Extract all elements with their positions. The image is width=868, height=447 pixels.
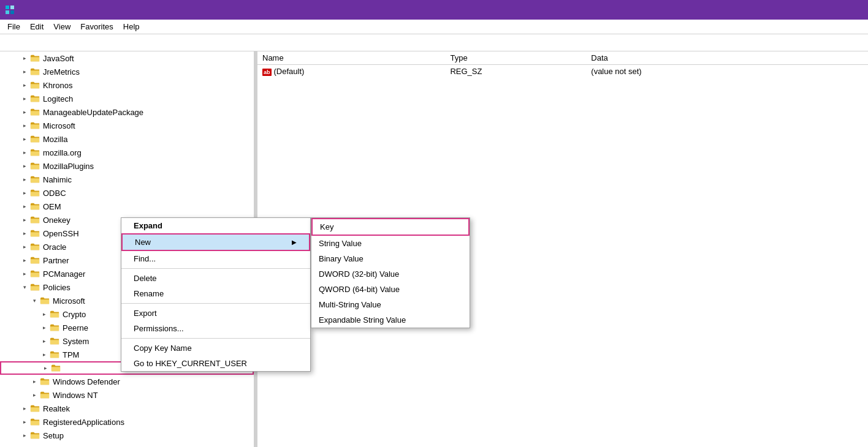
table-row[interactable]: ab(Default)REG_SZ(value not set) [257, 65, 868, 78]
expand-icon: ▸ [20, 107, 29, 117]
tree-item-label: PCManager [43, 269, 85, 279]
context-menu-item[interactable]: Permissions... [121, 321, 310, 336]
tree-item[interactable]: ▸ JavaSoft [0, 51, 254, 65]
tree-item[interactable]: ▸ Setup [0, 429, 254, 442]
expand-icon: ▸ [20, 269, 29, 279]
menu-bar: FileEditViewFavoritesHelp [0, 20, 868, 34]
folder-icon [29, 242, 40, 252]
tree-item-label: Nahimic [43, 175, 72, 184]
address-bar [0, 34, 868, 51]
minimize-button[interactable] [779, 0, 807, 20]
context-menu-item[interactable]: New▶ [121, 233, 310, 251]
menu-item-file[interactable]: File [2, 21, 25, 32]
tree-item-label: Windows NT [53, 391, 98, 400]
context-menu-item[interactable]: Expand [121, 218, 310, 233]
expand-icon: ▸ [39, 309, 49, 319]
tree-item[interactable]: ▸ Windows Defender [0, 375, 254, 388]
expand-icon: ▸ [39, 323, 49, 332]
tree-item-label: Realtek [43, 404, 70, 413]
expand-icon: ▸ [20, 121, 29, 130]
context-menu-label: Permissions... [134, 324, 184, 333]
context-menu-item[interactable]: Copy Key Name [121, 340, 310, 356]
submenu-item[interactable]: String Value [311, 236, 470, 251]
tree-item-label: Windows [64, 364, 96, 373]
folder-icon [29, 175, 40, 184]
folder-icon [29, 404, 40, 413]
maximize-button[interactable] [807, 0, 835, 20]
submenu-arrow-icon: ▶ [292, 239, 297, 246]
submenu-item[interactable]: QWORD (64-bit) Value [311, 282, 470, 297]
tree-item-label: mozilla.org [43, 148, 82, 157]
context-menu-label: Rename [134, 289, 164, 298]
expand-icon: ▾ [20, 282, 29, 292]
folder-icon [49, 350, 60, 359]
submenu: KeyString ValueBinary ValueDWORD (32-bit… [311, 217, 470, 328]
cell-type: REG_SZ [445, 65, 586, 78]
col-type[interactable]: Type [445, 51, 586, 65]
expand-icon: ▸ [20, 148, 29, 157]
col-name[interactable]: Name [257, 51, 445, 65]
tree-item-label: System [63, 337, 89, 346]
folder-icon [50, 363, 61, 373]
context-menu-label: Find... [134, 254, 156, 263]
folder-icon [29, 430, 40, 440]
tree-item[interactable]: ▸ Microsoft [0, 119, 254, 132]
expand-icon: ▸ [20, 80, 29, 90]
folder-icon [29, 134, 40, 144]
tree-item[interactable]: ▸ Realtek [0, 402, 254, 415]
col-data[interactable]: Data [586, 51, 868, 65]
context-menu-item[interactable]: Export [121, 306, 310, 321]
svg-rect-0 [6, 6, 9, 9]
tree-item[interactable]: ▸ Windows NT [0, 388, 254, 402]
tree-item[interactable]: ▸ mozilla.org [0, 146, 254, 159]
submenu-item[interactable]: Expandable String Value [311, 312, 470, 328]
submenu-item[interactable]: Multi-String Value [311, 297, 470, 312]
folder-icon [29, 215, 40, 225]
tree-item[interactable]: ▸ Nahimic [0, 173, 254, 186]
expand-icon: ▸ [20, 67, 29, 77]
tree-item[interactable]: ▸ Khronos [0, 78, 254, 92]
folder-icon [39, 377, 50, 386]
tree-item-label: JreMetrics [43, 67, 80, 77]
close-button[interactable] [835, 0, 863, 20]
submenu-item[interactable]: Key [311, 218, 470, 236]
tree-item-label: Mozilla [43, 135, 67, 144]
tree-item[interactable]: ▸ RegisteredApplications [0, 415, 254, 429]
expand-icon: ▸ [40, 363, 50, 373]
context-menu-item[interactable]: Delete [121, 271, 310, 286]
tree-item-label: Setup [43, 431, 64, 440]
folder-icon [29, 80, 40, 90]
tree-item[interactable]: ▸ Mozilla [0, 132, 254, 146]
folder-icon [29, 269, 40, 279]
expand-icon: ▸ [39, 350, 49, 359]
tree-item[interactable]: ▸ JreMetrics [0, 65, 254, 78]
tree-item-label: JavaSoft [43, 54, 74, 63]
expand-icon: ▸ [20, 201, 29, 211]
menu-separator [121, 268, 310, 269]
menu-item-help[interactable]: Help [118, 21, 145, 32]
folder-icon [29, 282, 40, 292]
tree-item[interactable]: ▸ ManageableUpdatePackage [0, 105, 254, 119]
tree-item-label: Onekey [43, 216, 70, 225]
tree-item-label: OpenSSH [43, 229, 79, 238]
folder-icon [29, 67, 40, 77]
context-menu-item[interactable]: Find... [121, 251, 310, 266]
tree-item-label: Oracle [43, 242, 66, 252]
tree-item[interactable]: ▸ Logitech [0, 92, 254, 105]
context-menu-item[interactable]: Rename [121, 286, 310, 301]
context-menu-label: Export [134, 309, 157, 318]
context-menu-item[interactable]: Go to HKEY_CURRENT_USER [121, 356, 310, 371]
menu-separator [121, 338, 310, 339]
menu-item-view[interactable]: View [48, 21, 75, 32]
tree-item[interactable]: ▸ MozillaPlugins [0, 159, 254, 173]
tree-item[interactable]: ▸ OEM [0, 200, 254, 213]
submenu-item[interactable]: DWORD (32-bit) Value [311, 266, 470, 282]
folder-icon [29, 255, 40, 265]
expand-icon: ▾ [29, 296, 39, 306]
submenu-item[interactable]: Binary Value [311, 251, 470, 266]
expand-icon: ▸ [20, 161, 29, 171]
menu-item-favorites[interactable]: Favorites [75, 21, 118, 32]
tree-item[interactable]: ▸ ODBC [0, 186, 254, 200]
tree-item-label: Policies [43, 283, 70, 292]
menu-item-edit[interactable]: Edit [25, 21, 48, 32]
